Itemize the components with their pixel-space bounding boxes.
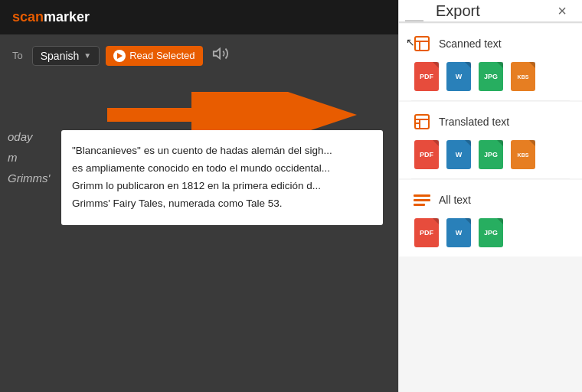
line-2 (414, 199, 430, 201)
svg-marker-0 (213, 49, 219, 59)
jpg-icon-2: JPG (479, 140, 503, 169)
note-icon-2: KBS (511, 140, 535, 169)
all-text-header: All text (411, 189, 570, 211)
all-text-section: All text PDF W JPG (399, 180, 582, 256)
separator-1 (411, 100, 570, 101)
sidebar-line-3: Grimms' (8, 168, 50, 188)
separator-2 (411, 178, 570, 179)
read-selected-label: Read Selected (129, 50, 195, 61)
sidebar-line-1: oday (8, 126, 50, 147)
all-text-title: All text (439, 194, 471, 206)
translated-text-formats: PDF W JPG KBS (411, 140, 570, 169)
word-icon-3: W (446, 218, 471, 247)
play-triangle-icon (117, 53, 123, 59)
export-header-area: Export × (399, 0, 582, 23)
pdf-format-all[interactable]: PDF (414, 218, 439, 247)
note-icon: KBS (511, 62, 535, 91)
main-text: "Blancanieves" es un cuento de hadas ale… (72, 142, 372, 213)
pdf-icon-3: PDF (414, 218, 439, 247)
all-text-icon (411, 189, 433, 211)
left-sidebar-text: oday m Grimms' (8, 126, 50, 188)
top-bar: scanmarker (0, 0, 398, 34)
lines-icon (414, 194, 430, 206)
translated-text-header: Translated text (411, 111, 570, 132)
logo-marker: marker (44, 9, 90, 24)
scanned-text-title: Scanned text (439, 38, 502, 50)
translated-text-title: Translated text (439, 116, 509, 128)
tab-item[interactable] (405, 0, 423, 21)
all-text-formats: PDF W JPG (411, 218, 570, 247)
export-title-row: Export × (423, 0, 576, 21)
export-panel: Export × Scanned text PDF W (398, 0, 582, 392)
scanned-text-header: Scanned text (411, 33, 570, 54)
line-3 (414, 204, 425, 206)
read-selected-button[interactable]: Read Selected (106, 46, 202, 66)
logo: scanmarker (12, 9, 90, 25)
pdf-icon: PDF (414, 62, 439, 91)
note-format-translated[interactable]: KBS (511, 140, 535, 169)
jpg-icon-3: JPG (479, 218, 503, 247)
word-format-all[interactable]: W (446, 218, 471, 247)
export-title: Export (436, 2, 480, 20)
scanned-text-section: Scanned text PDF W JPG KBS (399, 24, 582, 100)
pdf-format-translated[interactable]: PDF (414, 140, 439, 169)
close-button[interactable]: × (554, 0, 570, 21)
jpg-format-translated[interactable]: JPG (479, 140, 503, 169)
jpg-icon: JPG (479, 62, 503, 91)
tab-strip: Export × (399, 0, 582, 22)
play-icon (113, 50, 126, 62)
scanned-text-formats: PDF W JPG KBS (411, 62, 570, 91)
word-icon-2: W (446, 140, 471, 169)
cursor: ↖ (406, 36, 415, 48)
word-format-scanned[interactable]: W (446, 62, 471, 91)
sidebar-line-2: m (8, 147, 50, 168)
translated-text-icon (411, 111, 433, 132)
language-dropdown[interactable]: Spanish ▼ (32, 46, 100, 66)
main-panel: scanmarker To Spanish ▼ Read Selected (0, 0, 398, 392)
pdf-format-scanned[interactable]: PDF (414, 62, 439, 91)
chevron-down-icon: ▼ (83, 51, 91, 60)
pdf-icon-2: PDF (414, 140, 439, 169)
logo-scan: scan (12, 9, 44, 24)
jpg-format-all[interactable]: JPG (479, 218, 503, 247)
jpg-format-scanned[interactable]: JPG (479, 62, 503, 91)
selected-language: Spanish (41, 50, 80, 62)
note-format-scanned[interactable]: KBS (511, 62, 535, 91)
word-format-translated[interactable]: W (446, 140, 471, 169)
svg-rect-6 (415, 115, 429, 129)
svg-rect-3 (415, 37, 429, 51)
line-1 (414, 194, 430, 197)
toolbar: To Spanish ▼ Read Selected (0, 34, 398, 77)
volume-button[interactable] (209, 42, 232, 69)
word-icon: W (446, 62, 471, 91)
translated-text-section: Translated text PDF W JPG KBS (399, 102, 582, 178)
to-label: To (12, 50, 23, 61)
text-content-block: "Blancanieves" es un cuento de hadas ale… (61, 130, 383, 225)
